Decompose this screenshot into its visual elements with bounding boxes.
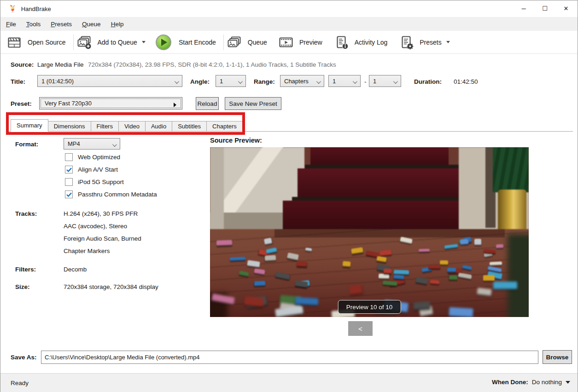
range-label: Range: <box>254 78 275 85</box>
menu-queue[interactable]: Queue <box>77 18 105 30</box>
checkbox-icon[interactable] <box>65 190 73 198</box>
tabstrip: Summary Dimensions Filters Video Audio S… <box>11 119 243 132</box>
start-encode-button[interactable]: Start Encode <box>151 35 221 50</box>
queue-icon <box>227 35 242 50</box>
maximize-button[interactable]: ☐ <box>534 0 555 16</box>
checkbox-icon[interactable] <box>65 153 73 161</box>
save-as-input[interactable] <box>41 351 538 364</box>
source-preview-image: Preview 10 of 10 <box>210 147 529 317</box>
chevron-down-icon <box>175 79 179 84</box>
reload-button[interactable]: Reload <box>196 97 219 110</box>
presets-label: Presets <box>420 39 441 46</box>
clapperboard-icon <box>6 35 22 50</box>
title-select-value: 1 (01:42:50) <box>41 78 74 85</box>
toolbar-separator <box>73 35 74 50</box>
tab-video[interactable]: Video <box>119 121 146 132</box>
previous-preview-button[interactable]: < <box>348 321 373 336</box>
status-bar: Ready <box>0 373 578 392</box>
start-encode-icon <box>156 35 171 50</box>
activity-log-icon <box>333 35 349 50</box>
status-ready: Ready <box>11 380 29 386</box>
add-to-queue-dropdown-icon[interactable] <box>142 41 146 43</box>
window-title: HandBrake <box>21 6 51 12</box>
track-video: H.264 (x264), 30 FPS PFR <box>64 210 138 217</box>
tracks-label: Tracks: <box>15 210 37 217</box>
queue-button[interactable]: Queue <box>227 35 272 50</box>
range-to-select[interactable]: 1 <box>369 75 401 87</box>
size-label: Size: <box>15 283 30 290</box>
source-details: 720x384 (720x384), 23.98 FPS, SDR (8-bit… <box>88 61 336 68</box>
checkbox-icon[interactable] <box>65 178 73 186</box>
when-done-label: When Done: <box>492 379 528 386</box>
handbrake-logo-icon: 🍹 <box>8 5 17 13</box>
menubar: File Tools Presets Queue Help <box>0 17 578 31</box>
title-label: Title: <box>11 78 25 85</box>
passthru-metadata-checkbox[interactable]: Passthru Common Metadata <box>65 190 157 198</box>
checkbox-icon[interactable] <box>65 166 73 173</box>
when-done-dropdown-icon <box>566 381 570 384</box>
range-type-select[interactable]: Chapters <box>280 75 324 87</box>
track-chapters: Chapter Markers <box>64 248 110 254</box>
open-source-label: Open Source <box>28 39 66 46</box>
toolbar-separator <box>223 35 224 50</box>
chevron-down-icon <box>112 142 117 147</box>
passthru-metadata-label: Passthru Common Metadata <box>78 191 157 198</box>
tab-summary[interactable]: Summary <box>11 119 48 132</box>
chevron-down-icon <box>393 79 398 84</box>
open-source-button[interactable]: Open Source <box>6 35 70 50</box>
angle-select[interactable]: 1 <box>216 75 246 87</box>
tab-audio[interactable]: Audio <box>146 121 172 132</box>
expand-right-icon <box>174 103 176 107</box>
activity-log-button[interactable]: Activity Log <box>333 35 392 50</box>
range-to-value: 1 <box>373 78 376 85</box>
menu-tools[interactable]: Tools <box>22 18 46 30</box>
presets-gear-icon <box>398 35 414 50</box>
browse-button[interactable]: Browse <box>543 350 572 364</box>
tab-chapters[interactable]: Chapters <box>207 121 243 132</box>
ipod-5g-support-checkbox[interactable]: iPod 5G Support <box>65 178 124 186</box>
preview-count-overlay: Preview 10 of 10 <box>338 300 401 314</box>
ipod-5g-support-label: iPod 5G Support <box>78 179 124 185</box>
duration-value: 01:42:50 <box>454 78 478 85</box>
range-type-value: Chapters <box>284 78 309 85</box>
preview-button[interactable]: Preview <box>278 35 327 50</box>
when-done-value: Do nothing <box>532 379 562 386</box>
web-optimized-label: Web Optimized <box>78 154 120 161</box>
track-audio: AAC (avcodec), Stereo <box>64 223 127 230</box>
filmstrip-play-icon <box>278 35 294 50</box>
activity-log-label: Activity Log <box>355 39 388 46</box>
presets-dropdown-icon[interactable] <box>446 41 450 43</box>
when-done-control[interactable]: When Done: Do nothing <box>492 379 570 386</box>
source-label: Source: <box>11 61 34 68</box>
close-button[interactable]: ✕ <box>555 0 577 16</box>
menu-help[interactable]: Help <box>106 18 128 30</box>
titlebar: 🍹 HandBrake ─ ☐ ✕ <box>0 0 578 17</box>
size-value: 720x384 storage, 720x384 display <box>64 283 158 290</box>
tab-filters[interactable]: Filters <box>91 121 119 132</box>
save-new-preset-button[interactable]: Save New Preset <box>225 97 281 110</box>
tab-subtitles[interactable]: Subtitles <box>172 121 207 132</box>
menu-file[interactable]: File <box>1 18 21 30</box>
presets-button[interactable]: Presets <box>398 35 455 50</box>
add-to-queue-button[interactable]: Add to Queue <box>76 35 151 50</box>
format-value: MP4 <box>68 140 80 147</box>
handbrake-window: 🍹 HandBrake ─ ☐ ✕ File Tools Presets Que… <box>0 0 578 392</box>
web-optimized-checkbox[interactable]: Web Optimized <box>65 153 120 161</box>
source-preview-heading: Source Preview: <box>210 137 262 144</box>
chevron-down-icon <box>238 79 243 84</box>
save-as-label: Save As: <box>11 354 37 361</box>
range-from-select[interactable]: 1 <box>328 75 361 87</box>
format-select[interactable]: MP4 <box>64 138 120 150</box>
title-select[interactable]: 1 (01:42:50) <box>37 75 182 87</box>
angle-label: Angle: <box>190 78 210 85</box>
preset-select[interactable]: Very Fast 720p30 <box>39 97 182 110</box>
menu-presets[interactable]: Presets <box>46 18 76 30</box>
preset-label: Preset: <box>11 100 32 107</box>
align-av-start-checkbox[interactable]: Align A/V Start <box>65 166 118 173</box>
source-name: Large Media File <box>37 61 84 68</box>
minimize-button[interactable]: ─ <box>513 0 534 16</box>
start-encode-label: Start Encode <box>179 39 216 46</box>
toolbar: Open Source Add to Queue Start Encode Qu… <box>0 31 578 54</box>
range-from-value: 1 <box>333 78 336 85</box>
tab-dimensions[interactable]: Dimensions <box>48 121 91 132</box>
